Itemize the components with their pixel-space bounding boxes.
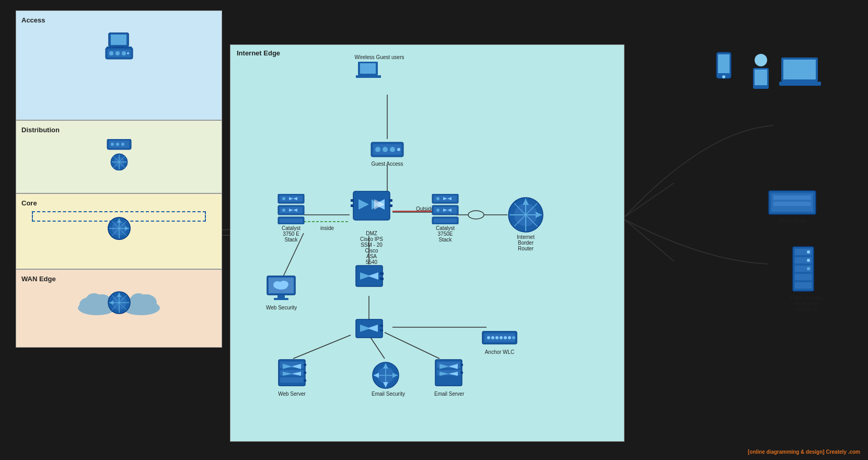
svg-point-108 <box>383 147 388 152</box>
mobile-phone-icon <box>711 50 743 97</box>
internet-edge-label: Internet Edge <box>237 49 280 57</box>
svg-line-23 <box>624 183 674 217</box>
hub-switch <box>355 317 384 340</box>
email-server: Email Server <box>434 359 464 397</box>
web-security-icon <box>266 275 296 304</box>
svg-point-226 <box>807 259 810 262</box>
svg-rect-177 <box>304 364 306 366</box>
svg-rect-162 <box>380 272 384 275</box>
left-panels: Access <box>16 10 222 348</box>
svg-rect-168 <box>380 329 383 331</box>
catalyst-left-label: Catalyst3750 EStack <box>277 225 305 243</box>
svg-rect-157 <box>277 295 285 298</box>
catalyst-right-icon <box>432 194 459 224</box>
svg-rect-143 <box>434 218 457 223</box>
svg-point-199 <box>487 336 490 339</box>
web-security: Web Security <box>266 275 297 310</box>
svg-rect-214 <box>779 82 821 86</box>
svg-point-109 <box>390 147 395 152</box>
svg-point-203 <box>504 336 507 339</box>
svg-point-113 <box>282 197 285 200</box>
watermark-brand: Creately <box>826 449 846 455</box>
svg-rect-178 <box>304 372 306 374</box>
svg-line-94 <box>293 335 351 359</box>
svg-point-89 <box>468 211 484 219</box>
svg-point-139 <box>436 209 439 212</box>
svg-point-43 <box>116 143 119 146</box>
svg-point-36 <box>109 51 113 55</box>
internet-border-label: InternetBorderRouter <box>507 234 544 251</box>
svg-point-39 <box>127 52 129 54</box>
svg-point-208 <box>722 75 725 78</box>
web-server-label: Web Server <box>277 391 306 397</box>
wireless-laptop-icon-2 <box>356 61 381 80</box>
svg-rect-167 <box>380 325 383 327</box>
catalyst-left: Catalyst3750 EStack <box>277 194 305 243</box>
svg-rect-179 <box>304 380 306 382</box>
catalyst-right: Catalyst3750EStack <box>432 194 459 243</box>
cisco-security-device: Cisco Securityintelligenceoperation <box>790 246 824 312</box>
svg-point-82 <box>130 293 147 308</box>
svg-point-204 <box>508 336 511 339</box>
svg-rect-218 <box>773 202 811 206</box>
svg-point-200 <box>491 336 494 339</box>
wan-router-icon <box>107 291 131 315</box>
access-label: Access <box>21 16 216 24</box>
guest-access-icon <box>371 139 404 160</box>
svg-point-209 <box>755 54 767 66</box>
catalyst-right-label: Catalyst3750EStack <box>432 225 459 243</box>
web-server: Web Server <box>277 359 306 397</box>
main-container: Access <box>0 0 868 460</box>
cisco-security-label: Cisco Securityintelligenceoperation <box>790 295 824 312</box>
wireless-guest-label: Wireless Guest users <box>348 54 411 60</box>
svg-rect-217 <box>773 196 811 200</box>
svg-rect-163 <box>380 278 384 280</box>
svg-rect-103 <box>360 63 376 74</box>
cisco-ips-label: Cisco IPSSSM - 20 <box>351 236 392 248</box>
svg-point-205 <box>512 336 515 339</box>
inside-label: inside <box>320 225 334 231</box>
internet-edge-panel: Internet Edge <box>230 44 624 442</box>
svg-point-42 <box>111 143 114 146</box>
senso-base-device: Senso Base <box>766 188 818 224</box>
svg-point-70 <box>86 293 102 308</box>
svg-line-96 <box>385 332 439 359</box>
hub-icon <box>355 317 384 340</box>
laptop-right-icon <box>779 50 821 97</box>
web-security-label: Web Security <box>266 305 297 310</box>
svg-point-202 <box>500 336 503 339</box>
cisco-asa-icon <box>351 189 392 231</box>
svg-point-225 <box>807 250 810 254</box>
watermark-suffix: .com <box>848 449 860 455</box>
svg-rect-195 <box>460 364 463 366</box>
svg-rect-31 <box>111 34 126 45</box>
svg-point-134 <box>436 197 439 200</box>
senso-base-icon <box>766 188 818 217</box>
svg-point-110 <box>397 148 400 151</box>
svg-point-227 <box>807 267 810 270</box>
anchor-wlc-icon <box>481 327 518 348</box>
svg-rect-224 <box>795 282 812 289</box>
guest-access-label: Guest Access <box>371 161 404 167</box>
svg-rect-130 <box>389 199 392 202</box>
svg-line-24 <box>624 220 674 261</box>
email-server-label: Email Server <box>434 391 464 397</box>
ips-icon <box>355 264 384 296</box>
internet-border-router: InternetBorderRouter <box>507 197 544 251</box>
svg-rect-207 <box>718 54 730 73</box>
svg-rect-176 <box>280 377 304 383</box>
wireless-laptop-2 <box>356 61 381 80</box>
svg-rect-158 <box>274 298 288 300</box>
svg-point-44 <box>121 143 124 146</box>
web-server-icon <box>277 359 306 390</box>
email-security-label: Email Security <box>372 391 405 397</box>
svg-rect-122 <box>280 218 303 223</box>
anchor-wlc: Anchor WLC <box>481 327 518 355</box>
svg-point-37 <box>115 51 120 55</box>
svg-point-38 <box>122 51 126 55</box>
email-security: Email Security <box>372 361 405 397</box>
panel-wan: WAN Edge <box>16 269 222 348</box>
svg-rect-104 <box>356 75 381 78</box>
anchor-wlc-label: Anchor WLC <box>481 349 518 355</box>
access-switch <box>105 45 133 62</box>
